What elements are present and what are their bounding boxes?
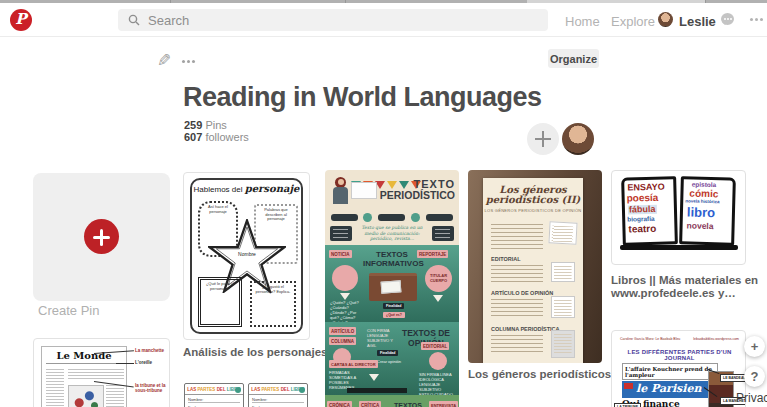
search-input[interactable] xyxy=(148,11,528,29)
create-pin-card[interactable] xyxy=(33,173,170,301)
firmadas-text: FIRMADAS SOMETIDAS A POSIBLES RESÚMENES xyxy=(329,370,367,390)
messages-icon[interactable] xyxy=(721,13,734,25)
create-pin-icon xyxy=(84,219,119,254)
diagram-label: La manchette xyxy=(135,348,164,353)
news-thumbnail xyxy=(551,330,575,358)
pinterest-logo[interactable]: P xyxy=(10,9,32,31)
journal-label: LE BANDEAU xyxy=(720,374,746,382)
tag-noticia: NOTICIA xyxy=(329,250,352,258)
pin-personajes-caption[interactable]: Análisis de los personajes xyxy=(183,346,327,359)
titular-circle: TITULAR CUERPO xyxy=(425,265,452,292)
cloud-word: fábula xyxy=(628,205,657,215)
help-fab[interactable]: ? xyxy=(744,366,765,387)
news-thumbnail xyxy=(548,221,577,244)
newspaper-photo xyxy=(68,385,104,407)
organize-button[interactable]: Organize xyxy=(548,49,599,68)
con-firma-text: CON FIRMA LENGUAJE SUBJETIVO Y ÁGIL xyxy=(367,328,393,348)
doc-section: ARTÍCULO DE OPINIÓN xyxy=(491,290,553,296)
journal-label: LA TRIBUNE xyxy=(614,403,641,407)
pinterest-board-page: P Home Explore Leslie ✎ Organize Reading… xyxy=(0,0,767,407)
news-thumbnail xyxy=(551,262,575,282)
tag-cartas: CARTAS AL DIRECTOR xyxy=(329,360,378,368)
pin-personajes[interactable]: Hablemos del personaje Así hace el perso… xyxy=(183,172,310,340)
user-name: Leslie xyxy=(679,14,716,29)
cloud-word: novela xyxy=(686,221,713,230)
search-box xyxy=(118,9,548,31)
invite-plus-button[interactable] xyxy=(527,123,559,155)
partes-field: Nombre: xyxy=(252,397,304,403)
board-title: Reading in World Languages xyxy=(183,82,542,113)
worksheet-box: ¿Te gustó el personaje? Explica. xyxy=(250,281,296,327)
partes-field: Nombre: xyxy=(188,397,240,403)
follower-count[interactable]: 607 followers xyxy=(184,131,249,143)
top-navbar: P Home Explore Leslie xyxy=(0,3,767,37)
pin-libros-caption[interactable]: Libros || Más materiales en www.profedee… xyxy=(611,274,758,300)
partes-badge xyxy=(235,387,241,393)
ficha-circle xyxy=(332,265,358,291)
tag-critica: CRÍTICA xyxy=(359,401,381,407)
nav-home-link[interactable]: Home xyxy=(565,14,600,29)
diagram-label: la tribune et la sous-tribune xyxy=(135,383,167,393)
board-owner-avatar[interactable] xyxy=(562,123,594,155)
doc-section: COLUMNA PERIODÍSTICA xyxy=(491,326,560,332)
tag-finalidad2: Finalidad xyxy=(377,350,398,356)
tag-cronica: CRÓNICA xyxy=(327,401,352,407)
doc-title: Los géneros periodísticos (II) xyxy=(483,185,583,205)
credit-text: Caroline García Moro: Le Baobab Bleu xyxy=(620,337,680,341)
search-icon xyxy=(128,14,140,26)
create-pin-label[interactable]: Create Pin xyxy=(38,303,99,318)
cloud-word: libro xyxy=(687,205,716,219)
tag-reportaje: REPORTAJE xyxy=(417,250,448,258)
user-avatar xyxy=(658,12,673,27)
whiteboard-shape xyxy=(351,182,377,199)
pin-generos-caption[interactable]: Los géneros periodísticos (II) xyxy=(468,368,628,381)
crear-opinion-text: Crear opinión xyxy=(377,359,403,364)
credit-url: lebaobabbleu.wordpress.com xyxy=(693,337,739,341)
parisien-masthead: le Parisien xyxy=(622,381,718,398)
doc-subtitle: LOS GÉNEROS PERIODÍSTICOS DE OPINIÓN xyxy=(483,208,583,213)
partes-badge xyxy=(299,387,305,393)
partes-title: LAS xyxy=(251,387,260,392)
tag-columna: COLUMNA xyxy=(329,337,356,345)
pin-generos[interactable]: Los géneros periodísticos (II) LOS GÉNER… xyxy=(468,170,602,363)
pin-parisien[interactable]: Caroline García Moro: Le Baobab Bleu leb… xyxy=(611,330,746,407)
worksheet-box: ¿Qué le pasa al personaje? xyxy=(198,277,242,327)
tag-finalidad: Finalidad xyxy=(383,303,404,309)
sec3-title: TEXTOS MIXTOS xyxy=(387,402,429,407)
pin-partes-card[interactable]: LAS PARTES DEL LIBRO Nombre: Fecha: xyxy=(184,383,244,407)
parisien-title: LES DIFFÉRENTES PARTIES D'UN JOURNAL xyxy=(616,349,743,361)
board-options-icon[interactable] xyxy=(187,60,190,63)
tag-articulo: ARTÍCULO xyxy=(329,327,356,335)
cloud-word: poesía xyxy=(627,193,659,204)
worksheet-title: Hablemos del xyxy=(194,185,243,194)
privacy-link[interactable]: Privac xyxy=(736,391,767,405)
doc-section: EDITORIAL xyxy=(491,256,521,262)
plus-fab[interactable]: + xyxy=(744,336,765,357)
headline: L'affaire Kouchner prend de l'ampleur xyxy=(622,363,718,380)
pin-partes-card[interactable]: LAS PARTES DEL LIBRO Nombre: Fecha: xyxy=(248,383,308,407)
diagram-label: L'oreille xyxy=(135,360,152,365)
edit-board-icon[interactable]: ✎ xyxy=(157,50,171,71)
feature-block xyxy=(330,226,352,241)
pin-lemonde[interactable]: Le Monde La manchette L'oreille la tribu… xyxy=(33,338,170,407)
pin-count: 259 Pins xyxy=(184,119,249,131)
tag-editorial: EDITORIAL xyxy=(421,342,449,350)
desk-illustration xyxy=(369,273,417,301)
cloud-word: teatro xyxy=(628,224,656,235)
nav-explore-link[interactable]: Explore xyxy=(611,14,655,29)
sec1-title: TEXTOS INFORMATIVOS xyxy=(363,251,421,268)
board-stats: 259 Pins 607 followers xyxy=(184,119,249,143)
book-shape xyxy=(620,245,738,250)
star-label: Nombre xyxy=(208,251,286,257)
tag-entrevista: ENTREVISTA xyxy=(429,401,458,407)
infographic-intro: Texto que se publica en un medio de comu… xyxy=(357,225,427,242)
news-thumbnail xyxy=(551,296,575,318)
tag-que-es: ¿Qué es? xyxy=(383,312,405,318)
pin-texto-periodistico[interactable]: TEXTO PERIODÍSTICO Texto que se publica … xyxy=(325,170,459,407)
feature-block xyxy=(432,226,454,241)
partes-title: LAS xyxy=(187,387,196,392)
infographic-title: TEXTO PERIODÍSTICO xyxy=(380,179,455,201)
nav-more-icon[interactable] xyxy=(755,18,758,21)
pin-libros[interactable]: ENSAYO poesía fábula biografía teatro ep… xyxy=(611,170,746,265)
